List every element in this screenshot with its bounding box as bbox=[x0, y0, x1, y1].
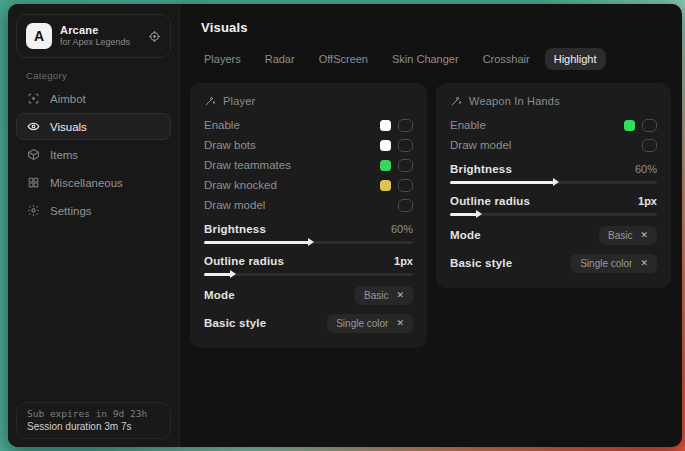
draw-knocked-checkbox[interactable] bbox=[398, 179, 413, 192]
slider-row-brightness: Brightness 60% bbox=[450, 161, 657, 177]
slider-row-outline-radius: Outline radius 1px bbox=[450, 193, 657, 209]
panel-title: Weapon In Hands bbox=[469, 95, 560, 107]
sidebar-item-label: Aimbot bbox=[50, 93, 86, 105]
aimbot-icon bbox=[27, 92, 40, 105]
slider-row-outline-radius: Outline radius 1px bbox=[204, 253, 413, 269]
panels-container: Player Enable Draw bots bbox=[190, 83, 682, 348]
toggle-row-enable: Enable bbox=[450, 115, 657, 135]
app-window: A Arcane for Apex Legends Category Aimbo… bbox=[8, 4, 682, 447]
sidebar-item-visuals[interactable]: Visuals bbox=[16, 113, 171, 140]
visuals-icon bbox=[27, 120, 40, 133]
app-subtitle: for Apex Legends bbox=[60, 37, 130, 48]
sidebar-item-settings[interactable]: Settings bbox=[16, 197, 171, 224]
slider-row-brightness: Brightness 60% bbox=[204, 221, 413, 237]
panel-player: Player Enable Draw bots bbox=[190, 83, 427, 348]
slider-fill[interactable] bbox=[450, 213, 477, 216]
tab-highlight[interactable]: Highlight bbox=[545, 48, 606, 70]
app-logo: A bbox=[26, 23, 52, 49]
toggle-row-draw-model: Draw model bbox=[204, 195, 413, 215]
toggle-row-draw-bots: Draw bots bbox=[204, 135, 413, 155]
slider-fill[interactable] bbox=[450, 181, 554, 184]
sidebar-item-label: Miscellaneous bbox=[50, 177, 123, 189]
brand-card: A Arcane for Apex Legends bbox=[16, 14, 171, 58]
close-icon[interactable]: ✕ bbox=[640, 231, 648, 240]
brightness-value: 60% bbox=[635, 163, 657, 175]
toggle-row-draw-knocked: Draw knocked bbox=[204, 175, 413, 195]
gear-icon bbox=[27, 204, 40, 217]
draw-model-checkbox[interactable] bbox=[642, 139, 657, 152]
outline-radius-value: 1px bbox=[394, 255, 413, 267]
toggle-row-enable: Enable bbox=[204, 115, 413, 135]
sidebar-item-label: Items bbox=[50, 149, 78, 161]
select-row-basic-style: Basic style Single color ✕ bbox=[204, 311, 413, 335]
brightness-value: 60% bbox=[391, 223, 413, 235]
toggle-row-draw-teammates: Draw teammates bbox=[204, 155, 413, 175]
sidebar: A Arcane for Apex Legends Category Aimbo… bbox=[8, 4, 180, 447]
select-row-basic-style: Basic style Single color ✕ bbox=[450, 251, 657, 275]
slider-fill[interactable] bbox=[204, 241, 309, 244]
tab-players[interactable]: Players bbox=[195, 48, 250, 70]
wand-icon bbox=[450, 95, 462, 107]
sidebar-item-miscellaneous[interactable]: Miscellaneous bbox=[16, 169, 171, 196]
sub-expires-text: Sub expires in 9d 23h bbox=[27, 408, 160, 419]
tab-offscreen[interactable]: OffScreen bbox=[310, 48, 377, 70]
panel-weapon-in-hands: Weapon In Hands Enable Draw model bbox=[436, 83, 671, 288]
panel-title: Player bbox=[223, 95, 255, 107]
enable-checkbox[interactable] bbox=[642, 119, 657, 132]
app-name: Arcane bbox=[60, 24, 130, 38]
tab-bar: Players Radar OffScreen Skin Changer Cro… bbox=[195, 48, 682, 70]
close-icon[interactable]: ✕ bbox=[396, 319, 404, 328]
brightness-slider[interactable] bbox=[204, 237, 413, 247]
close-icon[interactable]: ✕ bbox=[396, 291, 404, 300]
brightness-slider[interactable] bbox=[450, 177, 657, 187]
sidebar-item-aimbot[interactable]: Aimbot bbox=[16, 85, 171, 112]
color-swatch[interactable] bbox=[380, 140, 391, 151]
mode-tag[interactable]: Basic ✕ bbox=[355, 286, 413, 305]
color-swatch[interactable] bbox=[380, 180, 391, 191]
target-icon[interactable] bbox=[148, 30, 161, 43]
page-title: Visuals bbox=[201, 20, 682, 35]
items-icon bbox=[27, 148, 40, 161]
outline-radius-slider[interactable] bbox=[204, 269, 413, 279]
mode-tag[interactable]: Basic ✕ bbox=[599, 226, 657, 245]
grid-icon bbox=[27, 176, 40, 189]
color-swatch[interactable] bbox=[380, 160, 391, 171]
sidebar-item-items[interactable]: Items bbox=[16, 141, 171, 168]
outline-radius-value: 1px bbox=[638, 195, 657, 207]
slider-fill[interactable] bbox=[204, 273, 231, 276]
sidebar-item-label: Visuals bbox=[50, 121, 87, 133]
enable-checkbox[interactable] bbox=[398, 119, 413, 132]
tab-skin-changer[interactable]: Skin Changer bbox=[383, 48, 468, 70]
main-content: Visuals Players Radar OffScreen Skin Cha… bbox=[180, 4, 682, 447]
category-label: Category bbox=[26, 70, 179, 81]
sidebar-nav: Aimbot Visuals Items Misc bbox=[8, 85, 179, 224]
outline-radius-slider[interactable] bbox=[450, 209, 657, 219]
color-swatch[interactable] bbox=[380, 120, 391, 131]
sidebar-item-label: Settings bbox=[50, 205, 92, 217]
color-swatch[interactable] bbox=[624, 120, 635, 131]
draw-teammates-checkbox[interactable] bbox=[398, 159, 413, 172]
wand-icon bbox=[204, 95, 216, 107]
close-icon[interactable]: ✕ bbox=[640, 259, 648, 268]
select-row-mode: Mode Basic ✕ bbox=[450, 223, 657, 247]
basic-style-tag[interactable]: Single color ✕ bbox=[571, 254, 657, 273]
toggle-row-draw-model: Draw model bbox=[450, 135, 657, 155]
subscription-status-card: Sub expires in 9d 23h Session duration 3… bbox=[16, 402, 171, 439]
select-row-mode: Mode Basic ✕ bbox=[204, 283, 413, 307]
session-duration-text: Session duration 3m 7s bbox=[27, 421, 160, 432]
basic-style-tag[interactable]: Single color ✕ bbox=[327, 314, 413, 333]
draw-model-checkbox[interactable] bbox=[398, 199, 413, 212]
tab-crosshair[interactable]: Crosshair bbox=[474, 48, 539, 70]
draw-bots-checkbox[interactable] bbox=[398, 139, 413, 152]
tab-radar[interactable]: Radar bbox=[256, 48, 304, 70]
